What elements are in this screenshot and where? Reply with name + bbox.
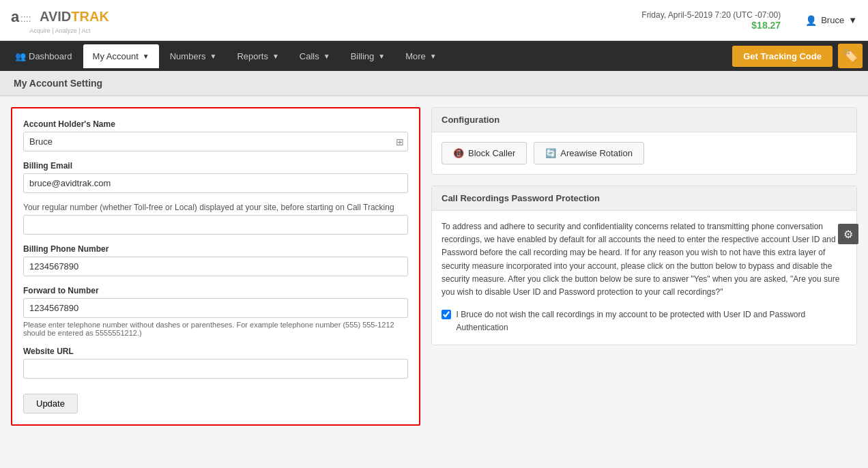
more-label: More [405, 51, 426, 61]
forward-number-group: Forward to Number Please enter telephone… [23, 286, 408, 337]
calls-caret-icon: ▼ [323, 53, 330, 60]
account-holder-label: Account Holder's Name [23, 119, 408, 129]
reports-caret-icon: ▼ [272, 53, 279, 60]
account-holder-input[interactable] [23, 132, 408, 151]
call-recordings-body: To address and adhere to security and co… [432, 211, 856, 345]
settings-gear-button[interactable]: ⚙ [838, 224, 858, 244]
left-panel: Account Holder's Name ⊞ Billing Email Yo… [11, 107, 420, 426]
update-button[interactable]: Update [23, 394, 78, 413]
my-account-label: My Account [93, 51, 139, 61]
account-holder-group: Account Holder's Name ⊞ [23, 119, 408, 151]
logo-icon: a :::: [11, 7, 38, 27]
forward-number-label: Forward to Number [23, 286, 408, 295]
billing-email-label: Billing Email [23, 161, 408, 171]
logo-avid: AVID [40, 9, 71, 24]
regular-number-label: Your regular number (whether Toll-free o… [23, 203, 408, 212]
website-url-input[interactable] [23, 359, 408, 379]
tracking-tag-icon: 🏷️ [843, 48, 858, 63]
billing-phone-label: Billing Phone Number [23, 244, 408, 254]
areawise-rotation-icon: 🔄 [545, 148, 556, 158]
right-panel: Configuration 📵 Block Caller 🔄 Areawise … [431, 107, 857, 426]
main-content: Account Holder's Name ⊞ Billing Email Yo… [0, 96, 868, 437]
header-top-right: Friday, April-5-2019 7:20 (UTC -07:00) $… [641, 10, 857, 31]
user-icon: 👤 [805, 15, 817, 26]
header-balance: $18.27 [641, 20, 781, 31]
regular-number-group: Your regular number (whether Toll-free o… [23, 203, 408, 235]
billing-email-input[interactable] [23, 173, 408, 193]
account-holder-input-wrapper: ⊞ [23, 132, 408, 151]
billing-caret-icon: ▼ [378, 53, 385, 60]
logo-sub: Acquire | Analyze | Act [29, 27, 90, 34]
user-caret-icon: ▼ [848, 15, 857, 25]
website-url-group: Website URL [23, 347, 408, 379]
configuration-section: Configuration 📵 Block Caller 🔄 Areawise … [431, 107, 857, 175]
billing-label: Billing [351, 51, 375, 61]
configuration-header: Configuration [432, 108, 856, 132]
more-caret-icon: ▼ [430, 53, 437, 60]
block-caller-icon: 📵 [453, 148, 464, 158]
regular-number-input[interactable] [23, 215, 408, 235]
numbers-label: Numbers [170, 51, 206, 61]
header: a :::: AVIDTRAK Acquire | Analyze | Act … [0, 0, 868, 41]
logo: a :::: AVIDTRAK Acquire | Analyze | Act [11, 7, 109, 34]
call-recordings-text: To address and adhere to security and co… [442, 220, 847, 299]
forward-number-hint: Please enter telephone number without da… [23, 321, 408, 337]
sidebar-item-numbers[interactable]: Numbers ▼ [160, 44, 227, 68]
logo-trak: TRAK [71, 9, 109, 24]
svg-text:::::: :::: [20, 13, 31, 24]
block-caller-button[interactable]: 📵 Block Caller [442, 142, 527, 164]
page-title: My Account Setting [14, 78, 102, 89]
sidebar-item-billing[interactable]: Billing ▼ [341, 44, 395, 68]
forward-number-input[interactable] [23, 298, 408, 318]
tracking-icon-box[interactable]: 🏷️ [838, 44, 863, 68]
my-account-caret-icon: ▼ [143, 53, 149, 60]
areawise-rotation-button[interactable]: 🔄 Areawise Rotation [534, 142, 644, 164]
navbar: 👥 Dashboard My Account ▼ Numbers ▼ Repor… [0, 41, 868, 71]
calls-label: Calls [300, 51, 319, 61]
call-recordings-checkbox[interactable] [442, 310, 451, 319]
configuration-body: 📵 Block Caller 🔄 Areawise Rotation [432, 132, 856, 174]
config-buttons: 📵 Block Caller 🔄 Areawise Rotation [442, 142, 847, 164]
billing-phone-group: Billing Phone Number [23, 244, 408, 276]
block-caller-label: Block Caller [468, 148, 515, 158]
user-menu[interactable]: 👤 Bruce ▼ [805, 15, 857, 26]
header-info: Friday, April-5-2019 7:20 (UTC -07:00) $… [641, 10, 781, 31]
sidebar-item-dashboard[interactable]: 👥 Dashboard [5, 44, 82, 68]
sidebar-item-reports[interactable]: Reports ▼ [227, 44, 288, 68]
call-recordings-section: Call Recordings Password Protection To a… [431, 186, 857, 345]
sidebar-item-calls[interactable]: Calls ▼ [290, 44, 340, 68]
billing-phone-input[interactable] [23, 257, 408, 276]
username: Bruce [821, 15, 844, 25]
page-title-bar: My Account Setting [0, 71, 868, 96]
sidebar-item-my-account[interactable]: My Account ▼ [83, 44, 159, 68]
dashboard-icon: 👥 [15, 51, 26, 61]
checkbox-row: I Bruce do not wish the call recordings … [442, 308, 847, 334]
numbers-caret-icon: ▼ [209, 53, 216, 60]
areawise-rotation-label: Areawise Rotation [560, 148, 633, 158]
call-recordings-header: Call Recordings Password Protection [432, 186, 856, 211]
website-url-label: Website URL [23, 347, 408, 356]
svg-text:a: a [11, 8, 20, 25]
sidebar-item-more[interactable]: More ▼ [396, 44, 446, 68]
navbar-right: Get Tracking Code 🏷️ [732, 44, 863, 68]
checkbox-label: I Bruce do not wish the call recordings … [457, 308, 847, 334]
edit-icon[interactable]: ⊞ [396, 136, 404, 147]
dashboard-label: Dashboard [29, 51, 72, 61]
header-date: Friday, April-5-2019 7:20 (UTC -07:00) [641, 10, 781, 20]
get-tracking-code-button[interactable]: Get Tracking Code [732, 46, 833, 67]
billing-email-group: Billing Email [23, 161, 408, 193]
reports-label: Reports [237, 51, 268, 61]
